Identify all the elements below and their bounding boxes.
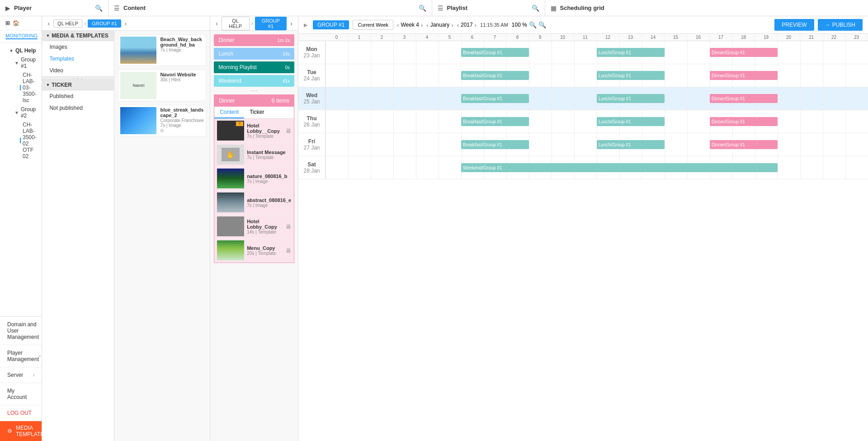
grid-line-2	[371, 156, 371, 179]
playlist-nav-right[interactable]: ›	[288, 20, 294, 27]
sidebar-item-player-mgmt[interactable]: Player Management ›	[0, 345, 42, 367]
content-menu-images[interactable]: Images	[42, 41, 114, 53]
tree-ch-lab-1[interactable]: CH-LAB-03-3500-lsc	[0, 70, 42, 105]
dcitem-info-hotel2: Hotel Lobby_Copy 14s | Template	[247, 219, 283, 235]
sidebar-item-my-account[interactable]: My Account	[0, 383, 42, 405]
sched-event-lunch[interactable]: Lunch/Group #1	[597, 140, 665, 149]
playlist-weekend-header[interactable]: Weekend 41s	[214, 75, 294, 87]
playlist-group1-btn[interactable]: GROUP #1	[255, 17, 287, 30]
dinner-item-nature[interactable]: nature_080816_b 7s | Image	[214, 167, 294, 191]
sched-event-dinner[interactable]: Dinner/Group #1	[710, 94, 778, 103]
publish-label: PUBLISH	[832, 22, 855, 28]
preview-btn[interactable]: PREVIEW	[774, 19, 814, 31]
sidebar-nav: MONITORING ANALYTICS	[0, 30, 42, 42]
player-search-btn[interactable]: 🔍	[95, 5, 103, 12]
sched-event-dinner[interactable]: Dinner/Group #1	[710, 140, 778, 149]
sched-event-lunch[interactable]: Lunch/Group #1	[597, 48, 665, 57]
dinner-item-menu[interactable]: Menu_Copy 20s | Template 🖥	[214, 239, 294, 263]
sidebar-item-logout[interactable]: LOG OUT	[0, 405, 42, 421]
dinner-item-hotel2[interactable]: Hotel Lobby_Copy 14s | Template 🖥	[214, 215, 294, 239]
grid-line-11	[574, 87, 575, 110]
hour-5: 5	[439, 34, 461, 41]
ticker-header[interactable]: ▼ TICKER	[42, 80, 114, 90]
sched-event-breakfast[interactable]: Breakfast/Group #1	[461, 94, 529, 103]
dinner-item-hotel-lobby[interactable]: T Hotel Lobby__Copy 7s | Template 🖥	[214, 119, 294, 143]
top-bar: ▶ Player 🔍 ☰ Content 🔍 ☰ Playlist 🔍 ▦ Sc…	[0, 0, 868, 16]
content-search-btn[interactable]: 🔍	[419, 5, 426, 12]
monitoring-tab[interactable]: MONITORING	[5, 33, 38, 39]
zoom-in-btn[interactable]: 🔍	[529, 21, 537, 28]
sched-event-lunch[interactable]: Lunch/Group #1	[597, 117, 665, 126]
sidebar-item-domain-user[interactable]: Domain and User Management	[0, 317, 42, 345]
year-next-btn[interactable]: ›	[475, 22, 476, 28]
dinner-tab-content[interactable]: Content	[214, 107, 244, 118]
content-menu-templates[interactable]: Templates	[42, 53, 114, 65]
player-section: ▶ Player 🔍	[0, 0, 108, 16]
dinner-tab-ticker[interactable]: Ticker	[244, 107, 269, 118]
ticker-published[interactable]: Published	[42, 90, 114, 102]
sched-event-dinner[interactable]: Dinner/Group #1	[710, 48, 778, 57]
tree-ch-lab-2[interactable]: CH-LAB-3500-02 OTF 02	[0, 120, 42, 161]
publish-btn[interactable]: → PUBLISH	[818, 19, 863, 31]
dinner-expanded-header[interactable]: Dinner 6 Items	[214, 95, 294, 107]
media-templates-tri: ▼	[46, 33, 50, 38]
playlist-weekend-label: Weekend	[218, 78, 241, 84]
playlist-morning-header[interactable]: Morning Playlist 0s	[214, 61, 294, 73]
dinner-item-abstract[interactable]: abstract_080816_e 7s | Image	[214, 191, 294, 215]
content-nav-right[interactable]: ›	[123, 20, 129, 27]
playlist-lunch-header[interactable]: Lunch 14s	[214, 48, 294, 60]
media-name-navori: Navori Website	[160, 72, 204, 77]
content-nav-left[interactable]: ‹	[46, 20, 52, 27]
sched-event-dinner[interactable]: Dinner/Group #1	[710, 71, 778, 80]
content-menu-video[interactable]: Video	[42, 65, 114, 76]
grid-line-5	[439, 133, 439, 156]
current-week-btn[interactable]: Current Week	[353, 20, 393, 30]
sidebar-item-server[interactable]: Server ›	[0, 367, 42, 383]
tree-qlhelp[interactable]: ▼ QL Help	[0, 46, 42, 55]
hour-15: 15	[665, 34, 687, 41]
playlist-dinner-label: Dinner	[218, 37, 234, 43]
ticker-not-published[interactable]: Not published	[42, 102, 114, 114]
sched-event-breakfast[interactable]: Breakfast/Group #1	[461, 117, 529, 126]
month-prev-btn[interactable]: ‹	[426, 22, 428, 28]
playlist-qlhelp-btn[interactable]: QL HELP	[222, 17, 250, 30]
playlist-nav-left[interactable]: ‹	[214, 20, 220, 27]
playlist-dinner-header[interactable]: Dinner 1m 2s	[214, 34, 294, 46]
grid-line-0	[326, 156, 326, 179]
content-group1-btn[interactable]: GROUP #1	[88, 19, 121, 28]
sched-event-dinner[interactable]: Dinner/Group #1	[710, 117, 778, 126]
hour-13: 13	[619, 34, 642, 41]
day-name: Wed	[306, 92, 317, 99]
tree-group2[interactable]: ▼ Group #2	[0, 105, 42, 120]
dinner-item-instant[interactable]: ✋ Instant Message 7s | Template	[214, 143, 294, 167]
week-next-btn[interactable]: ›	[421, 22, 423, 28]
sched-event-lunch[interactable]: Lunch/Group #1	[597, 71, 665, 80]
gear-bar[interactable]: ⚙ MEDIA TEMPLATES MEDIA TEMPLATES	[0, 421, 42, 441]
sched-event-lunch[interactable]: Lunch/Group #1	[597, 94, 665, 103]
playlist-search-btn[interactable]: 🔍	[532, 5, 539, 12]
sched-event-breakfast[interactable]: Breakfast/Group #1	[461, 71, 529, 80]
sched-event-breakfast[interactable]: Breakfast/Group #1	[461, 48, 529, 57]
media-item-blue[interactable]: blue_streak_landscape_2 Corporate.Franch…	[118, 105, 206, 136]
year-label: 2017	[461, 22, 473, 28]
tree-cb-2[interactable]	[20, 138, 21, 143]
sched-event-breakfast[interactable]: Weekend/Group #1	[461, 163, 778, 172]
content-qlhelp-btn[interactable]: QL HELP	[53, 19, 82, 28]
home-icon[interactable]: ⊞	[5, 20, 10, 26]
week-prev-btn[interactable]: ‹	[397, 22, 399, 28]
media-templates-header[interactable]: ▼ MEDIA & TEMPLATES	[42, 31, 114, 41]
my-account-label: My Account	[7, 388, 34, 400]
home-btn[interactable]: 🏠	[13, 20, 19, 26]
month-next-btn[interactable]: ›	[451, 22, 453, 28]
sched-row-thu: Thu26 JanBreakfast/Group #1Lunch/Group #…	[298, 110, 868, 133]
sched-event-breakfast[interactable]: Breakfast/Group #1	[461, 140, 529, 149]
sched-breadcrumb[interactable]: GROUP #1	[313, 20, 349, 29]
media-item-beach[interactable]: Beach_Way_background_hd_ba 7s | Image	[118, 34, 206, 66]
year-prev-btn[interactable]: ‹	[457, 22, 459, 28]
tree-group1-label: Group #1	[21, 56, 37, 69]
tree-cb-1[interactable]	[20, 85, 21, 90]
zoom-out-btn[interactable]: 🔍	[538, 21, 546, 28]
tree-group1[interactable]: ▼ Group #1	[0, 55, 42, 70]
media-item-navori[interactable]: Navori Navori Website 30s | Html	[118, 70, 206, 101]
hour-19: 19	[755, 34, 778, 41]
